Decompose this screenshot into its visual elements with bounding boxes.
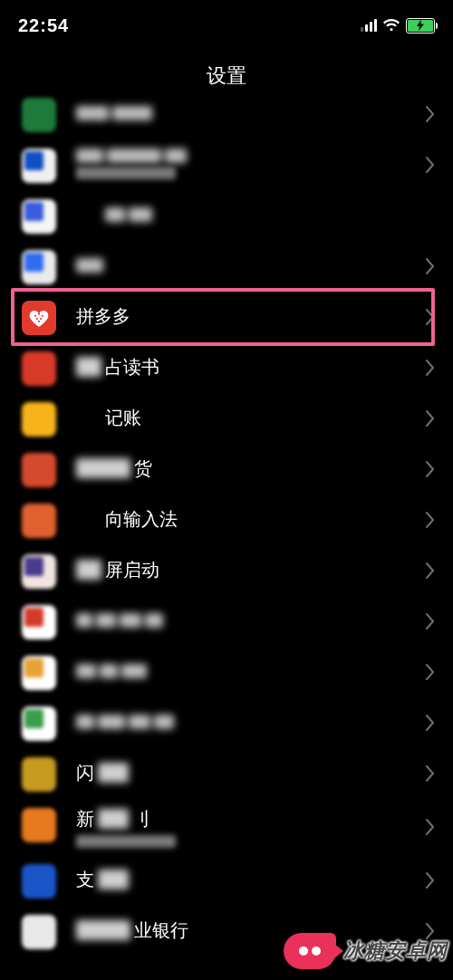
- app-icon: [22, 706, 56, 741]
- settings-row[interactable]: 占读书: [0, 342, 453, 393]
- app-icon: [22, 554, 56, 589]
- wifi-icon: [382, 19, 400, 32]
- chevron-right-icon: [426, 765, 435, 782]
- settings-row-label: 支: [76, 867, 426, 892]
- settings-row-label: [76, 207, 435, 222]
- svg-point-3: [36, 318, 38, 320]
- settings-row-label: 拼多多: [76, 303, 426, 329]
- chevron-right-icon: [426, 410, 435, 427]
- settings-row-label: [76, 149, 426, 163]
- settings-row-text: 记账: [105, 405, 141, 430]
- settings-row-label-container: 拼多多: [76, 299, 426, 333]
- status-time: 22:54: [18, 15, 69, 36]
- settings-row-subtitle: [76, 835, 176, 848]
- chevron-right-icon: [426, 819, 435, 835]
- settings-row-label: 货: [76, 456, 426, 481]
- settings-row-label-container: 占读书: [76, 350, 426, 384]
- settings-row-label-container: [76, 96, 426, 130]
- settings-row[interactable]: 货: [0, 444, 453, 495]
- settings-row[interactable]: [0, 139, 453, 190]
- settings-row[interactable]: 闪: [0, 748, 453, 799]
- watermark-logo-icon: [284, 933, 336, 969]
- watermark-text: 冰糖安卓网: [343, 937, 448, 965]
- status-icons: [361, 18, 435, 34]
- chevron-right-icon: [426, 613, 435, 629]
- settings-row-label: 向输入法: [76, 506, 426, 532]
- settings-row-label-container: [76, 705, 426, 739]
- app-icon: [22, 915, 56, 949]
- settings-list[interactable]: 拼多多占读书记账货向输入法屏启动闪新刂支业银行: [0, 89, 453, 980]
- settings-row-label: 新刂: [76, 806, 426, 831]
- app-icon: [22, 757, 56, 792]
- settings-row[interactable]: [0, 596, 453, 647]
- settings-row-label-container: 闪: [76, 755, 426, 790]
- settings-row-label: [76, 715, 426, 729]
- settings-row-label: 记账: [76, 405, 426, 430]
- settings-row-label: [76, 106, 426, 120]
- settings-row-label: 闪: [76, 760, 426, 785]
- app-icon: [22, 453, 56, 487]
- settings-row-text: 新: [76, 806, 94, 831]
- chevron-right-icon: [426, 715, 435, 731]
- settings-row-label-container: [76, 248, 426, 283]
- settings-row[interactable]: 向输入法: [0, 495, 453, 545]
- app-icon: [22, 199, 56, 234]
- chevron-right-icon: [426, 258, 435, 274]
- app-icon: [22, 149, 56, 183]
- settings-row[interactable]: 记账: [0, 393, 453, 444]
- settings-row-text: 拼多多: [76, 303, 130, 329]
- app-icon: [22, 808, 56, 842]
- settings-row[interactable]: [0, 190, 453, 241]
- settings-row-label-container: [76, 147, 426, 181]
- svg-point-5: [38, 321, 40, 322]
- settings-row[interactable]: 新刂: [0, 799, 453, 855]
- settings-row-label-container: [76, 603, 426, 638]
- settings-row-text: 业银行: [134, 918, 188, 943]
- settings-row[interactable]: [0, 89, 453, 139]
- chevron-right-icon: [426, 157, 435, 173]
- settings-row-label: [76, 613, 426, 628]
- settings-row-label-container: 支: [76, 862, 426, 897]
- chevron-right-icon: [426, 512, 435, 528]
- app-icon: [22, 402, 56, 437]
- phone-screen: 22:54 设置 拼多多占读书记账货向输入法屏启动闪新刂支业银行: [0, 0, 453, 980]
- settings-row-label-container: [76, 654, 426, 688]
- settings-row-label: 占读书: [76, 354, 426, 380]
- svg-point-0: [34, 315, 36, 317]
- svg-point-1: [42, 315, 43, 317]
- settings-row-label-container: [76, 197, 435, 232]
- settings-row-label-container: 屏启动: [76, 552, 426, 587]
- pinduoduo-app-icon: [22, 301, 56, 335]
- settings-row-text: 闪: [76, 760, 94, 785]
- chevron-right-icon: [426, 872, 435, 889]
- settings-row-text: 占读书: [105, 354, 159, 380]
- status-bar: 22:54: [0, 0, 453, 51]
- battery-icon: [406, 18, 435, 34]
- svg-point-2: [38, 313, 40, 315]
- app-icon: [22, 98, 56, 132]
- settings-row-label: [76, 664, 426, 678]
- settings-row-text: 支: [76, 867, 94, 892]
- settings-row[interactable]: [0, 647, 453, 697]
- svg-point-4: [40, 318, 42, 320]
- settings-row-label: 屏启动: [76, 557, 426, 582]
- app-icon: [22, 656, 56, 690]
- settings-row[interactable]: [0, 241, 453, 292]
- settings-row-label-container: 新刂: [76, 806, 426, 848]
- chevron-right-icon: [426, 664, 435, 680]
- settings-row-label-container: 向输入法: [76, 502, 426, 536]
- settings-row-text: 货: [134, 456, 152, 481]
- settings-row-label: [76, 258, 426, 273]
- chevron-right-icon: [426, 360, 435, 376]
- chevron-right-icon: [426, 562, 435, 579]
- app-icon: [22, 250, 56, 284]
- watermark: 冰糖安卓网: [284, 933, 448, 969]
- chevron-right-icon: [426, 309, 435, 325]
- app-icon: [22, 504, 56, 538]
- settings-row[interactable]: 屏启动: [0, 545, 453, 596]
- settings-row[interactable]: 支: [0, 855, 453, 906]
- signal-icon: [361, 19, 377, 32]
- settings-row-text: 向输入法: [105, 506, 178, 532]
- settings-row-pinduoduo[interactable]: 拼多多: [0, 292, 453, 342]
- settings-row[interactable]: [0, 697, 453, 748]
